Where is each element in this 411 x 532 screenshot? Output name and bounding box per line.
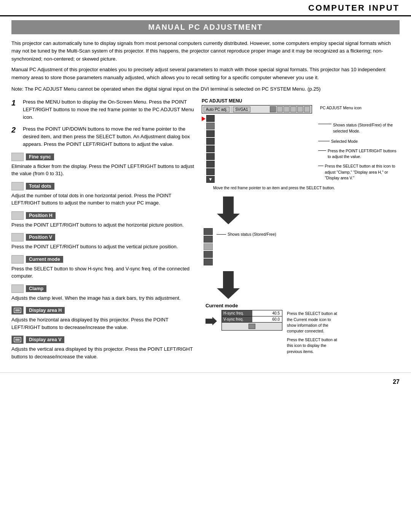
clamp-label: Clamp bbox=[26, 285, 46, 292]
mode-bottom-icon bbox=[249, 324, 255, 329]
header: COMPUTER INPUT bbox=[0, 0, 411, 16]
clamp-icon bbox=[11, 284, 24, 293]
current-mode-header: Current mode bbox=[11, 255, 194, 264]
current-mode-label: Current mode bbox=[26, 256, 63, 263]
note-text: Note: The PC ADJUST Menu cannot be opera… bbox=[11, 85, 400, 93]
menu-bar: Auto PC adj. SVGA1 bbox=[202, 105, 312, 113]
page-number: 27 bbox=[393, 379, 400, 385]
step-1-number: 1 bbox=[11, 98, 19, 121]
select-icon-note: Press the SELECT button at this icon to … bbox=[325, 163, 400, 181]
clamp-header: Clamp bbox=[11, 284, 194, 293]
display-area-h-label: Display area H bbox=[26, 307, 65, 314]
vsync-value: 60.0 bbox=[252, 316, 282, 322]
position-v-label: Position V bbox=[26, 234, 55, 241]
right-arrow bbox=[206, 317, 217, 325]
diagram-wrap: PC ADJUST MENU Auto PC adj. SVGA1 bbox=[202, 98, 400, 355]
display-area-h-icon bbox=[11, 306, 24, 315]
mode-item-1 bbox=[204, 228, 213, 235]
mode-item-5 bbox=[204, 259, 213, 265]
position-h-header: Position H bbox=[11, 211, 194, 220]
right-column: PC ADJUST MENU Auto PC adj. SVGA1 bbox=[202, 98, 400, 365]
section-title-bar: MANUAL PC ADJUSTMENT bbox=[11, 20, 400, 34]
display-area-v-desc: Adjusts the vertical area displayed by t… bbox=[11, 345, 194, 360]
fine-sync-header: Fine sync bbox=[11, 153, 194, 161]
page-container: COMPUTER INPUT MANUAL PC ADJUSTMENT This… bbox=[0, 0, 411, 499]
mode-item-selected bbox=[204, 243, 213, 250]
move-pointer-note: Move the red frame pointer to an item an… bbox=[213, 185, 400, 191]
intro-para2: Manual PC Adjustment of this projector e… bbox=[11, 66, 400, 81]
fine-sync-icon bbox=[11, 153, 24, 161]
total-dots-icon bbox=[11, 182, 24, 190]
display-area-v-icon bbox=[11, 335, 24, 344]
sidebar-icon-5 bbox=[206, 145, 215, 152]
left-column: 1 Press the MENU button to display the O… bbox=[11, 98, 194, 365]
total-dots-desc: Adjust the number of total dots in one h… bbox=[11, 192, 194, 207]
current-mode-notes: Press the SELECT button at the Current m… bbox=[287, 311, 340, 355]
sidebar-icon-6 bbox=[206, 153, 215, 160]
adjust-value-note: Press the POINT LEFT/RIGHT buttons to ad… bbox=[328, 148, 400, 160]
prev-items-note: Press the SELECT button at this icon to … bbox=[287, 337, 340, 355]
big-arrow-2 bbox=[217, 271, 240, 299]
clamp-desc: Adjusts the clamp level. When the image … bbox=[11, 294, 194, 302]
svg-rect-1 bbox=[15, 309, 20, 312]
intro-para1: This projector can automatically tune to… bbox=[11, 40, 400, 63]
menu-icon-1 bbox=[270, 106, 276, 112]
selected-mode-note: Selected Mode bbox=[331, 139, 358, 144]
header-title: COMPUTER INPUT bbox=[308, 3, 400, 13]
intro-text: This projector can automatically tune to… bbox=[11, 40, 400, 81]
display-area-h-header: Display area H bbox=[11, 306, 194, 315]
position-h-label: Position H bbox=[26, 212, 56, 219]
two-column-layout: 1 Press the MENU button to display the O… bbox=[11, 98, 400, 365]
total-dots-label: Total dots bbox=[26, 183, 54, 190]
feature-position-h: Position H Press the POINT LEFT/RIGHT bu… bbox=[11, 211, 194, 229]
mode-side-notes: Shows status (Stored/Free) bbox=[217, 232, 276, 236]
page-footer: 27 bbox=[0, 372, 411, 389]
hsync-row: H-sync freq. 40.5 bbox=[222, 310, 282, 316]
red-pointer bbox=[202, 117, 206, 121]
mode-icon-row bbox=[222, 323, 282, 330]
menu-icon-6 bbox=[304, 106, 310, 112]
fine-sync-label: Fine sync bbox=[26, 153, 54, 160]
step-2: 2 Press the POINT UP/DOWN buttons to mov… bbox=[11, 125, 194, 148]
menu-icon-2 bbox=[277, 106, 283, 112]
vsync-row: V-sync freq. 60.0 bbox=[222, 316, 282, 323]
position-h-icon bbox=[11, 211, 24, 220]
sidebar-icon-8 bbox=[206, 168, 215, 175]
display-area-v-header: Display area V bbox=[11, 335, 194, 344]
step-1: 1 Press the MENU button to display the O… bbox=[11, 98, 194, 121]
display-area-v-label: Display area V bbox=[26, 336, 64, 343]
arrow-2-body bbox=[223, 271, 234, 288]
mode-item-4 bbox=[204, 251, 213, 258]
sidebar-icon-2 bbox=[206, 123, 215, 129]
current-mode-select-note: Press the SELECT button at the Current m… bbox=[287, 311, 340, 334]
stored-free-label: Shows status (Stored/Free) bbox=[228, 232, 276, 236]
mode-icons-list bbox=[204, 228, 213, 265]
sidebar-icon-4 bbox=[206, 138, 215, 145]
current-mode-layout: H-sync freq. 40.5 V-sync freq. 60.0 bbox=[206, 310, 400, 355]
current-mode-heading: Current mode bbox=[206, 303, 400, 308]
menu-icon-3 bbox=[284, 106, 290, 112]
menu-divider bbox=[231, 106, 231, 112]
note-content: Note: The PC ADJUST Menu cannot be opera… bbox=[11, 86, 320, 92]
total-dots-header: Total dots bbox=[11, 182, 194, 190]
stored-free-note: Shows status (Stored/Free) of the select… bbox=[333, 122, 400, 134]
position-v-desc: Press the POINT LEFT/RIGHT buttons to ad… bbox=[11, 243, 194, 251]
current-mode-icon bbox=[11, 255, 24, 264]
arrow-2-head bbox=[217, 288, 240, 299]
current-mode-box: H-sync freq. 40.5 V-sync freq. 60.0 bbox=[221, 310, 282, 331]
feature-clamp: Clamp Adjusts the clamp level. When the … bbox=[11, 284, 194, 302]
feature-display-area-h: Display area H Adjusts the horizontal ar… bbox=[11, 306, 194, 331]
feature-display-area-v: Display area V Adjusts the vertical area… bbox=[11, 335, 194, 360]
display-area-h-desc: Adjusts the horizontal area displayed by… bbox=[11, 316, 194, 331]
menu-icon-5 bbox=[297, 106, 303, 112]
position-v-icon bbox=[11, 233, 24, 241]
position-v-header: Position V bbox=[11, 233, 194, 241]
svga1-badge: SVGA1 bbox=[233, 107, 250, 112]
menu-icon-4 bbox=[290, 106, 296, 112]
arrow-1-body bbox=[223, 197, 234, 214]
sidebar-icon-1 bbox=[206, 115, 215, 122]
vsync-label: V-sync freq. bbox=[222, 316, 252, 322]
current-mode-desc: Press the SELECT button to show H-sync f… bbox=[11, 265, 194, 280]
sidebar-icon-down: ▼ bbox=[206, 176, 215, 183]
step-2-text: Press the POINT UP/DOWN buttons to move … bbox=[23, 125, 194, 148]
